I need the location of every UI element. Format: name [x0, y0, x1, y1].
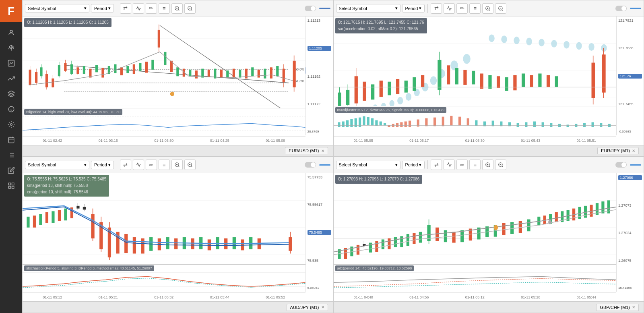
- chart-3-zoom-out-btn[interactable]: [184, 160, 196, 170]
- svg-rect-174: [367, 117, 369, 125]
- sidebar-chart-icon[interactable]: [3, 56, 19, 70]
- chart-4-zoom-in-btn[interactable]: [482, 160, 493, 170]
- chart-3-live-dot[interactable]: [305, 162, 316, 168]
- chart-3-area[interactable]: O: 75.5555 H: 75.5625 L: 75.535 C: 75.54…: [23, 173, 333, 302]
- svg-rect-85: [258, 70, 260, 78]
- chart-3-close-btn[interactable]: ✕: [321, 305, 324, 309]
- svg-rect-142: [396, 79, 399, 94]
- chart-1-zoom-in-btn[interactable]: [171, 3, 183, 14]
- chart-4-live-dot[interactable]: [615, 162, 627, 168]
- svg-rect-182: [400, 122, 402, 127]
- svg-rect-65: [139, 63, 141, 71]
- chart-3-ohlc-box: O: 75.5555 H: 75.5625 L: 75.535 C: 75.54…: [24, 175, 109, 197]
- chart-2-line-btn[interactable]: [444, 3, 455, 14]
- chart-2-live-dot[interactable]: [615, 6, 627, 11]
- chart-2-timescale: 01-11 05:05 01-11 05:17 01-11 05:30 01-1…: [334, 136, 617, 145]
- app-logo[interactable]: F: [0, 0, 22, 22]
- chart-1-period-btn[interactable]: Period ▾: [91, 4, 114, 12]
- svg-rect-274: [356, 245, 359, 254]
- svg-rect-75: [195, 70, 198, 79]
- sidebar-pen-icon[interactable]: [3, 163, 19, 178]
- chart-4-period-btn[interactable]: Period ▾: [402, 161, 425, 169]
- chart-2-area[interactable]: O: 121.7615 H: 121.7695 L: 121.7455 C: 1…: [334, 17, 644, 145]
- chart-1-live-dot[interactable]: [305, 6, 316, 11]
- sidebar-settings-icon[interactable]: [3, 117, 19, 132]
- chart-4-area[interactable]: O: 1.27093 H: 1.27093 L: 1.27079 C: 1.27…: [334, 173, 644, 302]
- svg-rect-197: [516, 123, 519, 127]
- chart-3-layers-btn[interactable]: ≡: [159, 160, 170, 170]
- chart-3-pen-btn[interactable]: ✏: [146, 160, 157, 170]
- chart-2-ohlc-box: O: 121.7615 H: 121.7695 L: 121.7455 C: 1…: [335, 18, 427, 33]
- svg-rect-312: [607, 200, 610, 213]
- chart-1-tab[interactable]: EUR/USD (M1) ✕: [285, 147, 328, 154]
- chart-2-symbol-select[interactable]: Select Symbol ▾: [336, 4, 400, 12]
- chart-2-tab-label: EUR/JPY (M1): [601, 148, 630, 153]
- chart-3-symbol-select[interactable]: Select Symbol ▾: [25, 161, 89, 169]
- chart-2-close-btn[interactable]: ✕: [632, 149, 635, 153]
- svg-rect-247: [191, 238, 194, 249]
- svg-rect-196: [508, 122, 510, 126]
- svg-rect-15: [12, 183, 14, 185]
- chart-1-line-btn[interactable]: [133, 3, 144, 14]
- chart-1-area[interactable]: O: 1.11205 H: 1.11205 L: 1.11205 C: 1.11…: [23, 17, 333, 145]
- sidebar-grid-icon[interactable]: [3, 178, 19, 193]
- chart-3-zoom-in-btn[interactable]: [171, 160, 183, 170]
- chart-1-pen-btn[interactable]: ✏: [146, 3, 157, 14]
- chart-2-swap-btn[interactable]: ⇄: [431, 3, 442, 14]
- chart-panel-1: Select Symbol ▾ Period ▾ ⇄ ✏ ≡: [22, 0, 333, 157]
- svg-rect-148: [447, 65, 450, 84]
- chart-3-indicator-label: stochastic(KPeriod 5, slowing 3, DPeriod…: [24, 265, 154, 271]
- chart-3-tab[interactable]: AUD/JPY (M1) ✕: [287, 304, 328, 311]
- chart-4-timescale: 01-11 04:40 01-11 04:56 01-11 05:12 01-1…: [334, 292, 617, 301]
- chart-2-pen-btn[interactable]: ✏: [456, 3, 468, 14]
- chart-4-close-btn[interactable]: ✕: [632, 305, 635, 309]
- chart-2-ohlc-text: O: 121.7615 H: 121.7695 L: 121.7455 C: 1…: [338, 19, 424, 26]
- chart-3-line-btn[interactable]: [133, 160, 144, 170]
- chart-4-symbol-select[interactable]: Select Symbol ▾: [336, 161, 400, 169]
- svg-rect-141: [388, 82, 391, 95]
- svg-point-314: [548, 220, 551, 224]
- chart-2-zoom-in-btn[interactable]: [482, 3, 493, 14]
- chart-1-layers-btn[interactable]: ≡: [159, 3, 170, 14]
- svg-rect-303: [555, 212, 557, 222]
- chart-1-swap-btn[interactable]: ⇄: [120, 3, 131, 14]
- chart-4-swap-btn[interactable]: ⇄: [431, 160, 442, 170]
- chart-4-pen-btn[interactable]: ✏: [456, 160, 468, 170]
- svg-point-93: [170, 92, 174, 96]
- chart-4-layers-btn[interactable]: ≡: [469, 160, 481, 170]
- charts-grid: Select Symbol ▾ Period ▾ ⇄ ✏ ≡: [22, 0, 644, 313]
- chart-1-symbol-select[interactable]: Select Symbol ▾: [25, 4, 89, 12]
- sidebar-calendar-icon[interactable]: [3, 133, 19, 147]
- chart-2-symbol-arrow: ▾: [395, 6, 398, 11]
- svg-rect-139: [371, 84, 374, 99]
- chart-2-tab[interactable]: EUR/JPY (M1) ✕: [597, 147, 639, 154]
- svg-rect-190: [458, 116, 460, 125]
- chart-4-tab[interactable]: GBP/CHF (M1) ✕: [596, 304, 639, 311]
- chart-4-zoom-out-btn[interactable]: [495, 160, 506, 170]
- svg-rect-140: [379, 81, 382, 97]
- svg-rect-198: [525, 122, 527, 127]
- chart-4-line-btn[interactable]: [444, 160, 455, 170]
- sidebar-education-icon[interactable]: [3, 87, 19, 101]
- chart-2-period-btn[interactable]: Period ▾: [402, 4, 425, 12]
- svg-rect-83: [245, 69, 248, 79]
- sidebar-user-icon[interactable]: [3, 25, 19, 40]
- chart-2-zoom-out-btn[interactable]: [495, 3, 506, 14]
- sidebar-trending-icon[interactable]: [3, 71, 19, 86]
- chart-2-toolbar: Select Symbol ▾ Period ▾ ⇄ ✏ ≡: [334, 0, 644, 17]
- chart-1-indicator-label: rsi(period 14, highLevel 70, lowLevel 30…: [24, 109, 122, 115]
- chart-2-layers-btn[interactable]: ≡: [469, 3, 481, 14]
- sidebar-scale-icon[interactable]: [3, 41, 19, 55]
- chart-4-tab-label: GBP/CHF (M1): [600, 305, 630, 310]
- chart-1-zoom-out-btn[interactable]: [184, 3, 196, 14]
- sidebar-list-icon[interactable]: [3, 148, 19, 162]
- chart-3-symbol-arrow: ▾: [84, 162, 87, 168]
- svg-point-121: [463, 54, 471, 64]
- chart-3-swap-btn[interactable]: ⇄: [120, 160, 131, 170]
- sidebar-mask-icon[interactable]: [3, 102, 19, 116]
- svg-rect-175: [371, 118, 373, 125]
- svg-rect-150: [463, 70, 466, 85]
- chart-1-close-btn[interactable]: ✕: [321, 149, 324, 153]
- svg-rect-192: [475, 120, 477, 126]
- chart-3-period-btn[interactable]: Period ▾: [91, 161, 114, 169]
